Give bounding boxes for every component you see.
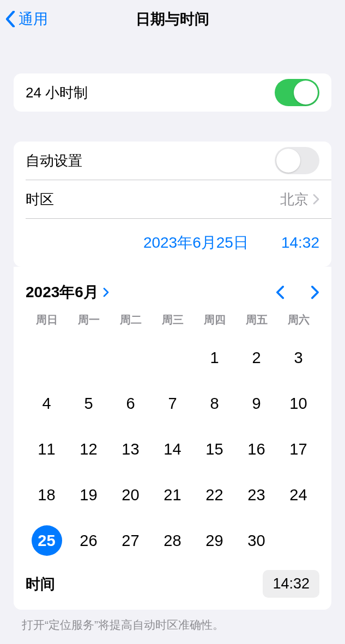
calendar-day[interactable]: 10: [277, 388, 319, 419]
calendar-day[interactable]: 5: [68, 388, 110, 419]
calendar-day-empty: [110, 342, 152, 373]
calendar-day[interactable]: 7: [152, 388, 193, 419]
row-label-24-hour: 24 小时制: [26, 83, 88, 102]
switch-24-hour[interactable]: [275, 79, 319, 106]
calendar-month-label: 2023年6月: [26, 282, 99, 303]
calendar-day[interactable]: 20: [110, 480, 152, 510]
calendar-day[interactable]: 6: [110, 388, 152, 419]
chevron-right-icon: [313, 194, 319, 205]
calendar-day[interactable]: 30: [235, 525, 277, 556]
calendar-day[interactable]: 26: [68, 525, 110, 556]
back-button[interactable]: 通用: [0, 9, 48, 29]
footer-note: 打开“定位服务”将提高自动时区准确性。: [22, 617, 323, 633]
calendar-day[interactable]: 29: [193, 525, 235, 556]
calendar-day[interactable]: 23: [235, 480, 277, 510]
calendar-day-empty: [68, 342, 110, 373]
row-label-auto-set: 自动设置: [26, 151, 82, 170]
calendar-day[interactable]: 16: [235, 434, 277, 464]
calendar-day[interactable]: 17: [277, 434, 319, 464]
weekday-label: 周日: [26, 312, 68, 327]
switch-knob: [276, 149, 300, 173]
back-label: 通用: [19, 9, 48, 29]
days-grid: 1234567891011121314151617181920212223242…: [26, 332, 319, 556]
calendar-day[interactable]: 3: [277, 342, 319, 373]
calendar-day[interactable]: 15: [193, 434, 235, 464]
row-datetime: 2023年6月25日 14:32: [14, 219, 331, 267]
chevron-right-icon: [103, 287, 110, 298]
chevron-left-icon: [5, 11, 15, 27]
switch-auto-set[interactable]: [275, 147, 319, 174]
calendar-prev-button[interactable]: [276, 285, 285, 299]
weekday-label: 周四: [193, 312, 235, 327]
calendar-day-empty: [26, 342, 68, 373]
timezone-value-wrap: 北京: [280, 190, 319, 209]
section-auto: 自动设置 时区 北京 2023年6月25日 14:32: [14, 142, 331, 267]
row-24-hour: 24 小时制: [14, 73, 331, 112]
calendar-day[interactable]: 27: [110, 525, 152, 556]
calendar-day[interactable]: 22: [193, 480, 235, 510]
calendar-day[interactable]: 13: [110, 434, 152, 464]
calendar-day[interactable]: 25: [26, 525, 68, 556]
weekday-label: 周五: [235, 312, 277, 327]
calendar-next-button[interactable]: [311, 285, 319, 299]
page-title: 日期与时间: [136, 9, 209, 29]
calendar-month-button[interactable]: 2023年6月: [26, 282, 110, 303]
calendar-day[interactable]: 14: [152, 434, 193, 464]
selected-date-button[interactable]: 2023年6月25日: [143, 232, 249, 253]
weekday-row: 周日周一周二周三周四周五周六: [26, 312, 319, 327]
calendar-nav: [276, 285, 319, 299]
calendar-day[interactable]: 18: [26, 480, 68, 510]
calendar-day[interactable]: 1: [193, 342, 235, 373]
weekday-label: 周三: [152, 312, 193, 327]
calendar-day[interactable]: 21: [152, 480, 193, 510]
calendar-day[interactable]: 19: [68, 480, 110, 510]
calendar-day[interactable]: 24: [277, 480, 319, 510]
row-auto-set: 自动设置: [14, 142, 331, 180]
section-display: 24 小时制: [14, 73, 331, 112]
time-picker-button[interactable]: 14:32: [263, 570, 319, 598]
header: 通用 日期与时间: [0, 0, 345, 38]
calendar: 2023年6月 周日周一周二周三周四周五周六 12345678910111213…: [14, 267, 331, 610]
row-timezone[interactable]: 时区 北京: [14, 180, 331, 218]
weekday-label: 周一: [68, 312, 110, 327]
weekday-label: 周二: [110, 312, 152, 327]
calendar-day[interactable]: 28: [152, 525, 193, 556]
timezone-value: 北京: [280, 190, 308, 209]
calendar-day[interactable]: 11: [26, 434, 68, 464]
calendar-day[interactable]: 2: [235, 342, 277, 373]
weekday-label: 周六: [277, 312, 319, 327]
time-label: 时间: [26, 574, 55, 594]
time-row: 时间 14:32: [26, 556, 319, 598]
calendar-day[interactable]: 12: [68, 434, 110, 464]
calendar-day[interactable]: 9: [235, 388, 277, 419]
calendar-day[interactable]: 4: [26, 388, 68, 419]
switch-knob: [294, 81, 318, 105]
calendar-header: 2023年6月: [26, 267, 319, 312]
row-label-timezone: 时区: [26, 190, 54, 209]
selected-time-button[interactable]: 14:32: [281, 234, 319, 252]
calendar-day[interactable]: 8: [193, 388, 235, 419]
calendar-day-empty: [152, 342, 193, 373]
